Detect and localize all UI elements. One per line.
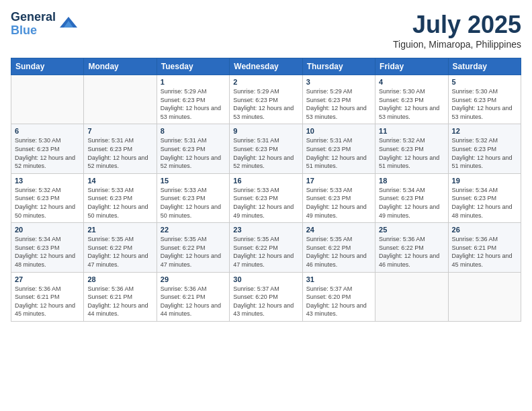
calendar-cell: 27Sunrise: 5:36 AMSunset: 6:21 PMDayligh… [11,272,84,321]
day-info: Sunrise: 5:31 AMSunset: 6:23 PMDaylight:… [233,136,298,170]
calendar-cell: 17Sunrise: 5:33 AMSunset: 6:23 PMDayligh… [302,173,375,222]
calendar-cell: 12Sunrise: 5:32 AMSunset: 6:23 PMDayligh… [448,124,521,173]
calendar-cell [11,75,84,124]
weekday-header: Monday [84,58,157,75]
day-info: Sunrise: 5:30 AMSunset: 6:23 PMDaylight:… [452,87,517,121]
calendar-cell: 5Sunrise: 5:30 AMSunset: 6:23 PMDaylight… [448,75,521,124]
day-info: Sunrise: 5:36 AMSunset: 6:21 PMDaylight:… [87,285,152,318]
day-info: Sunrise: 5:35 AMSunset: 6:22 PMDaylight:… [87,235,152,269]
calendar-cell: 25Sunrise: 5:36 AMSunset: 6:22 PMDayligh… [375,223,448,272]
day-number: 5 [452,78,517,86]
location-title: Tiguion, Mimaropa, Philippines [393,39,521,50]
day-number: 28 [87,275,152,283]
calendar-cell [448,272,521,321]
day-number: 7 [87,127,152,135]
day-info: Sunrise: 5:32 AMSunset: 6:23 PMDaylight:… [452,136,517,170]
month-title: July 2025 [393,11,521,39]
calendar-cell: 24Sunrise: 5:35 AMSunset: 6:22 PMDayligh… [302,223,375,272]
day-number: 22 [161,226,226,234]
day-number: 9 [233,127,298,135]
weekday-header: Saturday [448,58,521,75]
day-number: 16 [233,177,298,185]
day-info: Sunrise: 5:36 AMSunset: 6:21 PMDaylight:… [161,285,226,318]
day-number: 21 [87,226,152,234]
day-info: Sunrise: 5:33 AMSunset: 6:23 PMDaylight:… [233,186,298,220]
day-info: Sunrise: 5:29 AMSunset: 6:23 PMDaylight:… [161,87,226,121]
day-number: 31 [306,275,371,283]
day-info: Sunrise: 5:29 AMSunset: 6:23 PMDaylight:… [306,87,371,121]
calendar-cell: 19Sunrise: 5:34 AMSunset: 6:23 PMDayligh… [448,173,521,222]
day-number: 26 [452,226,517,234]
day-number: 8 [161,127,226,135]
day-number: 30 [233,275,298,283]
calendar-cell: 23Sunrise: 5:35 AMSunset: 6:22 PMDayligh… [230,223,302,272]
calendar-cell: 2Sunrise: 5:29 AMSunset: 6:23 PMDaylight… [230,75,302,124]
calendar-cell: 3Sunrise: 5:29 AMSunset: 6:23 PMDaylight… [302,75,375,124]
title-block: July 2025 Tiguion, Mimaropa, Philippines [393,11,521,50]
day-number: 29 [161,275,226,283]
day-info: Sunrise: 5:32 AMSunset: 6:23 PMDaylight:… [15,186,80,220]
day-number: 2 [233,78,298,86]
day-info: Sunrise: 5:34 AMSunset: 6:23 PMDaylight:… [452,186,517,220]
day-info: Sunrise: 5:35 AMSunset: 6:22 PMDaylight:… [233,235,298,269]
day-number: 19 [452,177,517,185]
weekday-header: Thursday [302,58,375,75]
calendar-cell: 22Sunrise: 5:35 AMSunset: 6:22 PMDayligh… [157,223,229,272]
calendar-cell: 31Sunrise: 5:37 AMSunset: 6:20 PMDayligh… [302,272,375,321]
calendar-cell [84,75,157,124]
calendar-cell: 10Sunrise: 5:31 AMSunset: 6:23 PMDayligh… [302,124,375,173]
day-info: Sunrise: 5:35 AMSunset: 6:22 PMDaylight:… [161,235,226,269]
calendar-table: SundayMondayTuesdayWednesdayThursdayFrid… [11,58,521,322]
calendar-week-row: 27Sunrise: 5:36 AMSunset: 6:21 PMDayligh… [11,272,521,321]
day-number: 4 [379,78,444,86]
day-info: Sunrise: 5:35 AMSunset: 6:22 PMDaylight:… [306,235,371,269]
calendar-cell: 15Sunrise: 5:33 AMSunset: 6:23 PMDayligh… [157,173,229,222]
day-number: 15 [161,177,226,185]
day-info: Sunrise: 5:29 AMSunset: 6:23 PMDaylight:… [233,87,298,121]
day-info: Sunrise: 5:31 AMSunset: 6:23 PMDaylight:… [87,136,152,170]
day-number: 14 [87,177,152,185]
weekday-header: Tuesday [157,58,229,75]
calendar-cell: 20Sunrise: 5:34 AMSunset: 6:23 PMDayligh… [11,223,84,272]
calendar-cell: 29Sunrise: 5:36 AMSunset: 6:21 PMDayligh… [157,272,229,321]
calendar-cell: 18Sunrise: 5:34 AMSunset: 6:23 PMDayligh… [375,173,448,222]
day-info: Sunrise: 5:34 AMSunset: 6:23 PMDaylight:… [379,186,444,220]
weekday-header: Friday [375,58,448,75]
weekday-header: Wednesday [230,58,302,75]
day-number: 13 [15,177,80,185]
day-info: Sunrise: 5:32 AMSunset: 6:23 PMDaylight:… [379,136,444,170]
day-info: Sunrise: 5:31 AMSunset: 6:23 PMDaylight:… [306,136,371,170]
day-info: Sunrise: 5:37 AMSunset: 6:20 PMDaylight:… [306,285,371,318]
calendar-cell: 9Sunrise: 5:31 AMSunset: 6:23 PMDaylight… [230,124,302,173]
day-number: 27 [15,275,80,283]
calendar-cell: 13Sunrise: 5:32 AMSunset: 6:23 PMDayligh… [11,173,84,222]
day-number: 1 [161,78,226,86]
day-number: 20 [15,226,80,234]
calendar-cell: 7Sunrise: 5:31 AMSunset: 6:23 PMDaylight… [84,124,157,173]
logo: GeneralBlue [11,11,79,38]
calendar-cell [375,272,448,321]
calendar-cell: 11Sunrise: 5:32 AMSunset: 6:23 PMDayligh… [375,124,448,173]
logo-icon [58,14,79,34]
day-info: Sunrise: 5:37 AMSunset: 6:20 PMDaylight:… [233,285,298,318]
day-number: 18 [379,177,444,185]
weekday-header: Sunday [11,58,84,75]
calendar-cell: 6Sunrise: 5:30 AMSunset: 6:23 PMDaylight… [11,124,84,173]
day-number: 10 [306,127,371,135]
day-number: 24 [306,226,371,234]
day-number: 11 [379,127,444,135]
day-info: Sunrise: 5:30 AMSunset: 6:23 PMDaylight:… [379,87,444,121]
calendar-week-row: 6Sunrise: 5:30 AMSunset: 6:23 PMDaylight… [11,124,521,173]
calendar-week-row: 1Sunrise: 5:29 AMSunset: 6:23 PMDaylight… [11,75,521,124]
calendar-cell: 16Sunrise: 5:33 AMSunset: 6:23 PMDayligh… [230,173,302,222]
calendar-header-row: SundayMondayTuesdayWednesdayThursdayFrid… [11,58,521,75]
day-info: Sunrise: 5:36 AMSunset: 6:21 PMDaylight:… [452,235,517,269]
day-number: 6 [15,127,80,135]
day-info: Sunrise: 5:33 AMSunset: 6:23 PMDaylight:… [87,186,152,220]
calendar-cell: 28Sunrise: 5:36 AMSunset: 6:21 PMDayligh… [84,272,157,321]
calendar-week-row: 20Sunrise: 5:34 AMSunset: 6:23 PMDayligh… [11,223,521,272]
day-number: 25 [379,226,444,234]
page-header: GeneralBlue July 2025 Tiguion, Mimaropa,… [11,11,521,50]
day-info: Sunrise: 5:33 AMSunset: 6:23 PMDaylight:… [306,186,371,220]
day-info: Sunrise: 5:34 AMSunset: 6:23 PMDaylight:… [15,235,80,269]
